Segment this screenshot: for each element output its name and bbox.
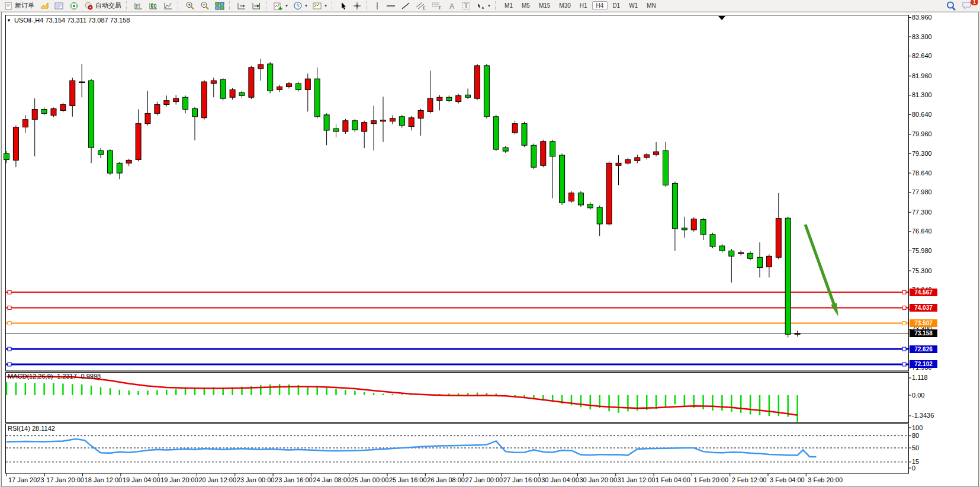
line-chart-button[interactable] bbox=[161, 1, 175, 11]
text-icon: A bbox=[448, 2, 456, 10]
candle-down bbox=[757, 257, 763, 267]
candle-up bbox=[60, 105, 66, 111]
candle-down bbox=[719, 246, 725, 251]
chevron-down-icon[interactable]: ▼ bbox=[7, 18, 11, 23]
time-tick-label: 27 Jan 16:00 bbox=[503, 476, 541, 483]
auto-trading-button[interactable]: 自动交易 bbox=[82, 1, 124, 11]
notifications-button[interactable]: 1 bbox=[959, 1, 975, 11]
candle-down bbox=[748, 253, 753, 258]
text-label-button[interactable]: T bbox=[459, 1, 473, 11]
auto-scroll-icon bbox=[237, 2, 246, 10]
text-label-icon: T bbox=[461, 2, 471, 10]
chart-shift-button[interactable] bbox=[249, 1, 264, 11]
candle-up bbox=[230, 89, 235, 97]
templates-button[interactable]: ▾ bbox=[310, 1, 329, 11]
price-chart-canvas[interactable] bbox=[2, 12, 978, 486]
navigator-button[interactable] bbox=[67, 1, 81, 11]
time-tick-label: 3 Feb 20:00 bbox=[808, 476, 843, 483]
new-order-button[interactable]: 新订单 bbox=[2, 1, 37, 11]
candle-up bbox=[79, 82, 85, 83]
candle-down bbox=[701, 220, 706, 235]
candle-up bbox=[428, 98, 433, 111]
periods-button[interactable]: ▾ bbox=[291, 1, 310, 11]
cursor-button[interactable] bbox=[337, 1, 350, 11]
candle-up bbox=[23, 120, 28, 127]
chart-window[interactable]: ▼ USOil-,H4 73.154 73.311 73.087 73.158 … bbox=[1, 12, 979, 487]
new-order-icon bbox=[4, 2, 13, 10]
periods-caret: ▾ bbox=[305, 3, 307, 8]
timeframe-m15[interactable]: M15 bbox=[535, 1, 554, 10]
candle-up bbox=[381, 120, 386, 121]
time-tick-label: 25 Jan 16:00 bbox=[389, 476, 427, 483]
zoom-out-button[interactable] bbox=[198, 1, 212, 11]
market-watch-button[interactable] bbox=[52, 1, 66, 11]
candle-up bbox=[211, 81, 216, 84]
price-badge: 72.102 bbox=[910, 360, 937, 368]
svg-text:F: F bbox=[439, 6, 441, 10]
candle-down bbox=[484, 66, 489, 117]
rsi-tick-label: 0 bbox=[912, 464, 915, 472]
candle-up bbox=[343, 121, 348, 132]
tile-windows-icon bbox=[215, 2, 224, 10]
separator bbox=[332, 1, 335, 10]
text-button[interactable]: A bbox=[445, 1, 458, 11]
time-tick-label: 23 Jan 00:00 bbox=[237, 476, 275, 483]
trendline-button[interactable] bbox=[399, 1, 413, 11]
time-tick-label: 30 Jan 20:00 bbox=[580, 476, 618, 483]
ohlc-chart-button[interactable] bbox=[131, 1, 146, 11]
equidistant-channel-button[interactable]: E bbox=[413, 1, 429, 11]
price-tick-label: 76.640 bbox=[912, 228, 932, 235]
zoom-in-icon bbox=[185, 1, 195, 10]
timeframe-m1[interactable]: M1 bbox=[500, 1, 517, 10]
candle-down bbox=[465, 95, 471, 97]
price-tick-label: 83.960 bbox=[912, 14, 932, 21]
timeframe-w1[interactable]: W1 bbox=[625, 1, 642, 10]
candle-down bbox=[560, 155, 565, 203]
profiles-button[interactable] bbox=[37, 1, 52, 11]
time-tick-label: 18 Jan 12:00 bbox=[85, 476, 123, 483]
arrows-button[interactable]: ▾ bbox=[474, 1, 493, 11]
candlestick-chart-button[interactable] bbox=[146, 1, 160, 11]
time-tick-label: 20 Jan 12:00 bbox=[199, 476, 237, 483]
tile-windows-button[interactable] bbox=[213, 1, 227, 11]
separator bbox=[126, 1, 129, 10]
auto-scroll-button[interactable] bbox=[234, 1, 249, 11]
candle-up bbox=[654, 152, 659, 155]
fibonacci-button[interactable]: F bbox=[429, 1, 445, 11]
candle-up bbox=[145, 113, 150, 123]
chart-symbol-title: ▼ USOil-,H4 73.154 73.311 73.087 73.158 bbox=[7, 17, 130, 24]
candle-down bbox=[597, 207, 602, 224]
price-tick-label: 81.960 bbox=[912, 72, 932, 79]
candle-down bbox=[399, 117, 404, 126]
profiles-icon bbox=[40, 2, 49, 10]
zoom-in-button[interactable] bbox=[183, 1, 197, 11]
separator bbox=[495, 1, 498, 10]
candle-up bbox=[126, 160, 131, 163]
price-tick-label: 77.300 bbox=[912, 209, 932, 216]
indicators-button[interactable]: ▾ bbox=[271, 1, 290, 11]
rsi-indicator-label: RSI(14) 28.1142 bbox=[8, 425, 55, 432]
time-tick-label: 19 Jan 20:00 bbox=[160, 476, 198, 483]
timeframe-m5[interactable]: M5 bbox=[518, 1, 534, 10]
search-button[interactable] bbox=[944, 1, 959, 11]
crosshair-button[interactable] bbox=[351, 1, 364, 11]
timeframe-m30[interactable]: M30 bbox=[555, 1, 574, 10]
vertical-line-button[interactable] bbox=[371, 1, 383, 11]
candle-down bbox=[493, 117, 499, 149]
candle-down bbox=[220, 79, 226, 98]
auto-trading-icon bbox=[84, 2, 94, 10]
timeframe-h1[interactable]: H1 bbox=[576, 1, 592, 10]
candle-up bbox=[569, 193, 574, 201]
timeframe-mn[interactable]: MN bbox=[642, 1, 660, 10]
hline-handle bbox=[8, 306, 11, 309]
hline-handle bbox=[8, 290, 11, 294]
timeframe-d1[interactable]: D1 bbox=[608, 1, 624, 10]
horizontal-line-button[interactable] bbox=[384, 1, 398, 11]
candle-down bbox=[522, 124, 527, 146]
time-tick-label: 23 Jan 16:00 bbox=[275, 476, 313, 483]
timeframe-h4[interactable]: H4 bbox=[592, 1, 608, 10]
candle-down bbox=[672, 183, 677, 229]
candle-up bbox=[258, 65, 264, 69]
periods-clock-icon bbox=[293, 1, 303, 10]
candle-up bbox=[371, 121, 377, 124]
